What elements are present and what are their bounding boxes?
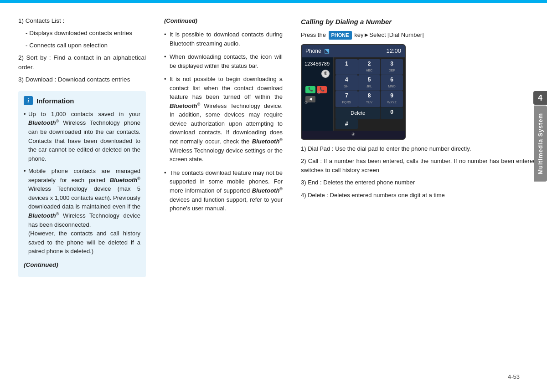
continued-right: (Continued) bbox=[24, 260, 140, 270]
phone-header-left: Phone ⬔ bbox=[305, 46, 330, 56]
info-icon: i bbox=[24, 96, 33, 105]
info-list: Up to 1,000 contacts saved in your Bluet… bbox=[24, 110, 140, 256]
phone-label: Phone bbox=[305, 47, 321, 56]
contacts-list-item2: - Connects call upon selection bbox=[18, 41, 146, 51]
call-button: 📞 bbox=[305, 86, 315, 93]
circle-marker-1: ① bbox=[321, 70, 330, 78]
numpad-key-hash: # bbox=[335, 119, 358, 129]
side-tab-number: 4 bbox=[533, 91, 547, 105]
right-col-list: 1) Dial Pad : Use the dial pad to enter … bbox=[301, 144, 538, 200]
numpad-key-6: 6MNO bbox=[381, 75, 403, 91]
phone-key: PHONE bbox=[329, 31, 352, 40]
mid-item-2: When downloading contacts, the icon will… bbox=[164, 52, 283, 70]
circle-marker-4: ④ bbox=[302, 131, 405, 139]
middle-column: (Continued) It is possible to download c… bbox=[155, 16, 292, 383]
numpad-key-3: 3DEF bbox=[381, 59, 403, 75]
phone-numpad: 1 2ABC 3DEF 4GHI 5JKL 6MNO 7PQRS 8TUV 9W… bbox=[334, 57, 405, 131]
numpad-key-1: 1 bbox=[335, 59, 358, 75]
right-item-1: 1) Dial Pad : Use the dial pad to enter … bbox=[301, 144, 538, 153]
mid-item-3: It is not possible to begin downloading … bbox=[164, 75, 283, 164]
info-box-title: i Information bbox=[24, 96, 140, 106]
numpad-delete: Delete bbox=[335, 107, 380, 119]
info-title: Information bbox=[36, 96, 74, 106]
mid-item-1: It is possible to download contacts duri… bbox=[164, 30, 283, 48]
side-tab-label: Multimedia System bbox=[534, 106, 547, 182]
page-number: 4-53 bbox=[508, 373, 520, 380]
numpad-key-9: 9WXYZ bbox=[381, 91, 403, 107]
mid-item-4: The contacts download feature may not be… bbox=[164, 168, 283, 213]
left-column: 1) Contacts List : - Displays downloaded… bbox=[18, 16, 155, 383]
contacts-list-heading: 1) Contacts List : bbox=[18, 16, 146, 26]
action-buttons: 📞 📞 bbox=[305, 86, 327, 93]
right-column: Calling by Dialing a Number Press the PH… bbox=[292, 16, 538, 383]
information-box: i Information Up to 1,000 contacts saved… bbox=[18, 91, 146, 277]
right-item-2: 2) Call : If a number has been entered, … bbox=[301, 157, 538, 174]
right-item-4: 4) Delete : Deletes entered numbers one … bbox=[301, 191, 538, 200]
info-item-2: Mobile phone contacts are managed separa… bbox=[24, 167, 140, 256]
middle-list: It is possible to download contacts duri… bbox=[164, 30, 283, 213]
phone-header: Phone ⬔ 12:00 bbox=[302, 45, 405, 57]
sort-by-item: 2) Sort by : Find a contact in an alphab… bbox=[18, 53, 146, 72]
phone-left-panel: 123456789 ① 📞 📞 bbox=[302, 57, 334, 131]
numpad-key-7: 7PQRS bbox=[335, 91, 358, 107]
numpad-key-2: 2ABC bbox=[358, 59, 381, 75]
right-item-3: 3) End : Deletes the entered phone numbe… bbox=[301, 178, 538, 187]
circle-marker-3: ③ bbox=[317, 90, 320, 96]
info-item-1: Up to 1,000 contacts saved in your Bluet… bbox=[24, 110, 140, 163]
phone-ui: Phone ⬔ 12:00 123456789 ① bbox=[301, 44, 406, 139]
numpad-key-0: 0 bbox=[381, 107, 403, 119]
contacts-list-item1: - Displays downloaded contacts entries bbox=[18, 29, 146, 38]
circle-marker-2: ② bbox=[304, 100, 308, 106]
bluetooth-icon: ⬔ bbox=[324, 46, 330, 56]
phone-time: 12:00 bbox=[386, 46, 401, 56]
section-title: Calling by Dialing a Number bbox=[301, 16, 538, 27]
numpad-key-4: 4GHI bbox=[335, 75, 358, 91]
download-item: 3) Download : Download contacts entries bbox=[18, 75, 146, 85]
press-instruction: Press the PHONE key►Select [Dial Number] bbox=[301, 31, 538, 40]
numpad-key-8: 8TUV bbox=[358, 91, 381, 107]
continued-label: (Continued) bbox=[164, 16, 283, 25]
phone-body: 123456789 ① 📞 📞 bbox=[302, 57, 405, 131]
phone-number-display: 123456789 bbox=[304, 60, 330, 68]
side-tab: 4 Multimedia System bbox=[533, 91, 547, 182]
numpad-key-5: 5JKL bbox=[358, 75, 381, 91]
